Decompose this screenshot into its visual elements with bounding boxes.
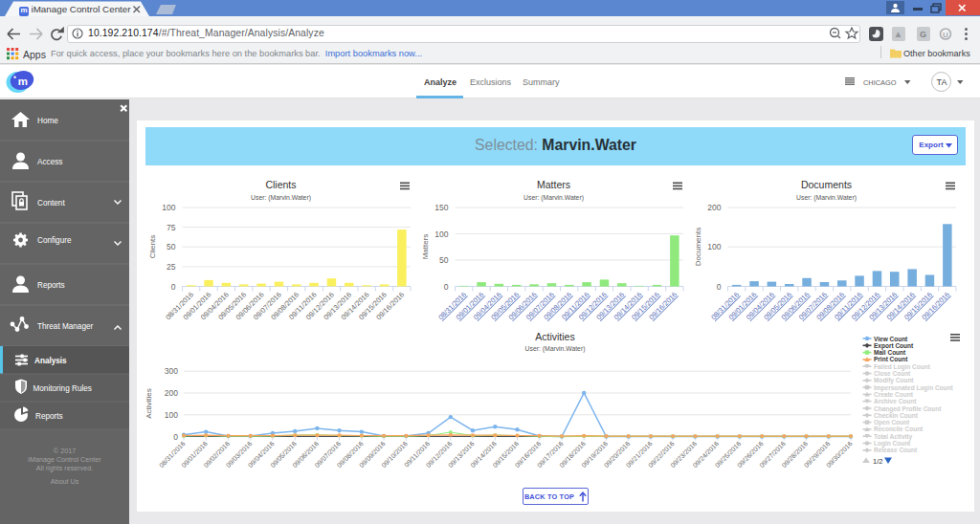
svg-text:User: (Marvin.Water): User: (Marvin.Water)	[523, 194, 584, 202]
svg-text:0: 0	[717, 282, 722, 292]
svg-text:User: (Marvin.Water): User: (Marvin.Water)	[525, 345, 586, 353]
svg-text:Reconcile Count: Reconcile Count	[874, 426, 924, 432]
svg-text:100: 100	[707, 242, 721, 251]
svg-text:75: 75	[167, 223, 176, 232]
svg-text:Close Count: Close Count	[874, 370, 911, 377]
svg-text:Clients: Clients	[148, 235, 157, 258]
svg-text:Create Count: Create Count	[874, 391, 914, 398]
svg-text:Documents: Documents	[801, 179, 852, 190]
svg-text:100: 100	[165, 410, 178, 420]
svg-text:User: (Marvin.Water): User: (Marvin.Water)	[796, 194, 857, 202]
svg-text:Documents: Documents	[694, 228, 702, 266]
svg-text:0: 0	[171, 282, 176, 292]
svg-text:100: 100	[162, 203, 175, 212]
svg-text:Archive Count: Archive Count	[874, 398, 917, 404]
svg-text:View Count: View Count	[874, 336, 908, 342]
svg-text:150: 150	[434, 203, 448, 212]
svg-text:Print Count: Print Count	[874, 356, 908, 362]
svg-text:0: 0	[173, 432, 178, 442]
svg-text:200: 200	[165, 388, 178, 398]
svg-text:Checkin Count: Checkin Count	[874, 412, 919, 419]
svg-text:Matters: Matters	[537, 179, 570, 190]
svg-text:50: 50	[167, 242, 176, 251]
svg-text:Clients: Clients	[265, 179, 296, 190]
svg-text:Matters: Matters	[421, 234, 430, 260]
svg-text:0: 0	[444, 282, 449, 292]
svg-text:200: 200	[707, 203, 721, 212]
svg-text:Mail Count: Mail Count	[874, 349, 906, 356]
svg-text:300: 300	[165, 366, 178, 376]
svg-text:25: 25	[167, 262, 176, 272]
svg-text:Activities: Activities	[145, 388, 153, 419]
svg-text:1/2: 1/2	[873, 457, 882, 466]
svg-text:User: (Marvin.Water): User: (Marvin.Water)	[251, 194, 311, 202]
svg-text:Activities: Activities	[535, 331, 574, 342]
svg-text:100: 100	[434, 229, 448, 239]
svg-text:Release Count: Release Count	[874, 447, 918, 453]
svg-text:50: 50	[439, 255, 449, 265]
